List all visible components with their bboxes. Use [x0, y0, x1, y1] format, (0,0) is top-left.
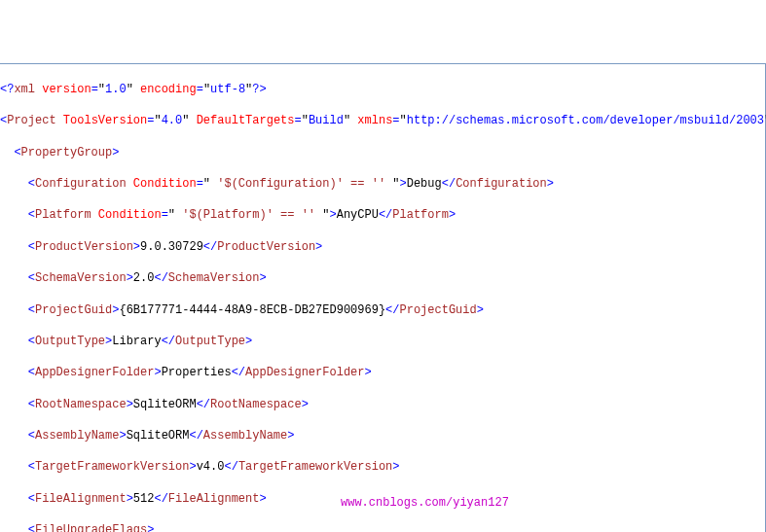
schema-version-element: <SchemaVersion>2.0</SchemaVersion> [0, 270, 765, 286]
project-guid-element: <ProjectGuid>{6B177771-4444-48A9-8ECB-DB… [0, 302, 765, 318]
assembly-name-element: <AssemblyName>SqliteORM</AssemblyName> [0, 428, 765, 443]
output-type-element: <OutputType>Library</OutputType> [0, 334, 765, 349]
root-namespace-element: <RootNamespace>SqliteORM</RootNamespace> [0, 397, 765, 412]
platform-element: <Platform Condition=" '$(Platform)' == '… [0, 207, 765, 223]
file-upgrade-flags-open: <FileUpgradeFlags> [0, 522, 765, 532]
project-open: <Project ToolsVersion="4.0" DefaultTarge… [0, 113, 765, 128]
app-designer-folder-element: <AppDesignerFolder>Properties</AppDesign… [0, 365, 765, 380]
watermark-text: www.cnblogs.com/yiyan127 [341, 495, 509, 511]
propertygroup1-open: <PropertyGroup> [0, 145, 765, 160]
target-framework-version-element: <TargetFrameworkVersion>v4.0</TargetFram… [0, 459, 765, 475]
xml-editor: <?xml version="1.0" encoding="utf-8"?> <… [0, 63, 766, 532]
configuration-element: <Configuration Condition=" '$(Configurat… [0, 176, 765, 192]
xml-declaration: <?xml version="1.0" encoding="utf-8"?> [0, 82, 765, 97]
product-version-element: <ProductVersion>9.0.30729</ProductVersio… [0, 239, 765, 255]
